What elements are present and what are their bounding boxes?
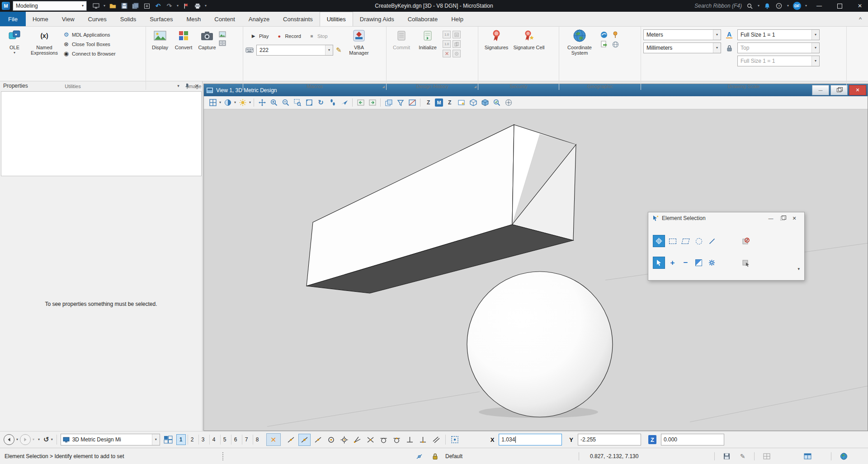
notifications-bell-icon[interactable] <box>764 2 771 10</box>
workflow-selector[interactable]: Modeling ▾ <box>13 1 87 11</box>
clip-volume-icon[interactable] <box>395 98 406 108</box>
search-icon[interactable] <box>746 2 754 10</box>
view-number-1[interactable]: 1 <box>176 434 186 445</box>
models-icon[interactable]: M <box>435 98 443 107</box>
center-snap-icon[interactable] <box>326 434 337 445</box>
dialog-restore-button[interactable] <box>777 214 788 223</box>
fit-view-icon[interactable] <box>304 98 314 108</box>
geo-globe-icon[interactable] <box>840 453 848 460</box>
render-cube-icon[interactable] <box>468 98 478 108</box>
pan-view-icon[interactable] <box>257 98 267 108</box>
navigation-cube-icon[interactable] <box>503 98 514 108</box>
compress-icon[interactable] <box>143 2 151 10</box>
saved-views-icon[interactable] <box>456 98 467 108</box>
view-close-button[interactable]: ✕ <box>849 85 866 95</box>
render-smooth-icon[interactable] <box>480 98 490 108</box>
signature-cell-button[interactable]: Signature Cell <box>512 28 546 50</box>
intersection-snap-icon[interactable] <box>365 434 376 445</box>
view-number-8[interactable]: 8 <box>253 435 262 445</box>
save-icon[interactable] <box>120 2 128 10</box>
tab-help[interactable]: Help <box>444 12 470 26</box>
properties-tree[interactable] <box>1 91 202 176</box>
mode-select-all-icon[interactable] <box>706 257 717 268</box>
markup-pencil-icon[interactable]: ✎ <box>740 453 745 460</box>
display-style-caret-icon[interactable]: ▾ <box>234 101 236 104</box>
window-area-icon[interactable] <box>292 98 302 108</box>
active-level[interactable]: Default <box>445 453 462 459</box>
clip-mask-icon[interactable] <box>407 98 417 108</box>
tab-utilities[interactable]: Utilities <box>320 12 353 26</box>
y-coordinate-input[interactable]: -2.255 <box>578 434 641 445</box>
view-group-caret[interactable]: ▾ <box>152 434 160 445</box>
rotate-view-icon[interactable]: ↻ <box>316 98 326 108</box>
midpoint-snap-icon[interactable] <box>312 434 324 445</box>
display-style-icon[interactable] <box>222 98 233 108</box>
mode-new-icon[interactable] <box>653 257 665 269</box>
image-display-button[interactable]: Display <box>148 28 172 50</box>
tab-curves[interactable]: Curves <box>81 12 113 26</box>
view-attributes-caret-icon[interactable]: ▾ <box>219 101 221 104</box>
history-list-caret-icon[interactable]: ▾ <box>51 438 53 441</box>
bookmark-flag-icon[interactable] <box>182 2 190 10</box>
view-number-6[interactable]: 6 <box>231 435 240 445</box>
macro-combo-caret[interactable]: ▾ <box>325 45 333 55</box>
tab-view[interactable]: View <box>55 12 81 26</box>
coordinate-system-button[interactable]: Coordinate System <box>561 28 598 56</box>
auto-save-icon[interactable] <box>723 453 730 460</box>
ribbon-collapse-icon[interactable]: ^ <box>853 12 868 26</box>
nearest-snap-icon[interactable] <box>285 434 297 445</box>
macro-name-combo[interactable]: 222 ▾ <box>256 45 333 56</box>
view-undo-button[interactable] <box>4 434 14 445</box>
zoom-in-icon[interactable] <box>269 98 279 108</box>
tangent-snap-icon[interactable] <box>378 434 389 445</box>
view-previous-icon[interactable] <box>355 98 366 108</box>
folder-icon[interactable] <box>109 2 117 10</box>
multi-snap-icon[interactable] <box>449 434 461 445</box>
window-minimize-button[interactable]: — <box>811 0 827 12</box>
element-selection-dialog[interactable]: Element Selection — ✕ + − ▾ <box>648 212 805 281</box>
fence-grid-icon[interactable] <box>763 453 770 459</box>
method-circle-icon[interactable] <box>693 235 704 247</box>
view-number-7[interactable]: 7 <box>242 435 251 445</box>
units-combo-caret[interactable]: ▾ <box>713 30 721 40</box>
retire-version-icon[interactable]: 1.0 <box>443 40 451 48</box>
view-orientation-combo[interactable]: Top ▾ <box>737 42 820 53</box>
annotation-scale-icon[interactable]: A <box>726 31 732 38</box>
view-number-4[interactable]: 4 <box>209 435 218 445</box>
ribbon-search-input[interactable]: Search Ribbon (F4) <box>694 3 742 9</box>
redo-caret-icon[interactable]: ▾ <box>177 4 179 8</box>
combine-versions-icon[interactable] <box>453 40 461 48</box>
walk-icon[interactable] <box>327 98 338 108</box>
tab-analyze[interactable]: Analyze <box>242 12 276 26</box>
tab-file[interactable]: File <box>0 12 26 26</box>
kml-export-icon[interactable] <box>599 41 609 48</box>
vba-manager-button[interactable]: VBA Manager <box>344 28 374 56</box>
view-toggle-icon[interactable] <box>164 436 173 444</box>
keypoint-snap-icon[interactable] <box>298 434 311 446</box>
commit-button[interactable]: Commit <box>389 28 414 50</box>
account-caret-icon[interactable]: ▾ <box>805 4 807 8</box>
help-icon[interactable]: ? <box>775 2 783 10</box>
view-undo-caret-icon[interactable]: ▾ <box>16 438 18 441</box>
drawing-scale-combo-caret[interactable]: ▾ <box>811 30 819 40</box>
origin-snap-icon[interactable] <box>339 434 350 445</box>
mode-add-icon[interactable]: + <box>667 257 678 268</box>
x-coordinate-input[interactable]: 1.034 <box>499 434 562 445</box>
google-earth-icon[interactable] <box>599 31 609 38</box>
window-close-button[interactable]: ✕ <box>852 0 868 12</box>
named-expressions-button[interactable]: (x) Named Expressions <box>27 28 62 56</box>
view-history-icon[interactable]: ↺ <box>43 436 49 444</box>
method-shape-icon[interactable] <box>680 235 691 247</box>
connect-to-browser-button[interactable]: ◉ Connect to Browser <box>63 49 116 58</box>
view-orientation-combo-caret[interactable]: ▾ <box>811 43 819 53</box>
qat-customize-caret-icon[interactable]: ▾ <box>205 4 207 8</box>
brightness-caret-icon[interactable]: ▾ <box>249 101 251 104</box>
edit-macro-pencil-icon[interactable]: ✎ <box>336 46 342 54</box>
version-tag-icon[interactable]: 1.0 <box>443 31 451 38</box>
tab-constraints[interactable]: Constraints <box>276 12 320 26</box>
placemark-icon[interactable] <box>611 31 620 38</box>
deselect-all-icon[interactable] <box>740 235 751 247</box>
view-number-3[interactable]: 3 <box>198 435 208 445</box>
attach-image-icon[interactable] <box>219 31 226 37</box>
record-macro-button[interactable]: ● Record <box>276 31 301 41</box>
